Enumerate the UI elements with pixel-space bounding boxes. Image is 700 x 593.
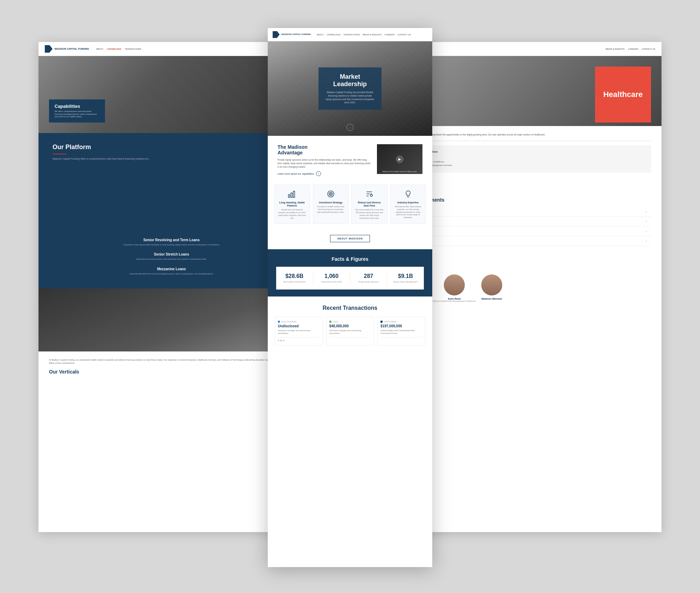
loan-desc-2: Alternative financing solution that elim…	[52, 258, 290, 260]
fact-value-3: 287	[354, 273, 384, 279]
front-hero: MarketLeadership Madison Capital Funding…	[268, 41, 432, 136]
feature-title-1: Long-standing, Stable Platform	[278, 201, 306, 207]
feature-desc-1: Benefit from the financial strength and …	[278, 209, 306, 219]
front-logo-text: MADISON CAPITAL FUNDING	[281, 33, 311, 36]
announce-item-1[interactable]: Healthcare ›	[406, 207, 651, 217]
feature-card-2: Investment Strategy Focused on middle ma…	[313, 184, 349, 224]
video-caption: Making of the middle market for fifteen …	[379, 170, 420, 173]
loan-item-3: Mezzanine Loans Subordinated debt that f…	[52, 267, 290, 275]
fact-item-1: $28.6B Net Funded Commitments	[276, 271, 313, 285]
nav-transactions-front[interactable]: TRANSACTIONS	[343, 34, 360, 36]
madison-advantage-section: The MadisonAdvantage Private equity spon…	[268, 136, 432, 184]
nav-careers[interactable]: CAREERS	[628, 48, 638, 50]
fact-label-2: Transactions Since 2001	[317, 281, 346, 283]
team-subtitle: Healthcare Team	[406, 268, 651, 270]
nav-about[interactable]: ABOUT	[96, 48, 104, 50]
tag-dot-3	[380, 321, 383, 323]
back-left-nav-links: ABOUT CAPABILITIES TRANSACTIONS	[96, 48, 141, 50]
announce-item-4[interactable]: Healthcare ›	[406, 236, 651, 246]
nav-transactions[interactable]: TRANSACTIONS	[125, 48, 141, 50]
sectors-heading: Healthcare Sectors	[412, 150, 645, 153]
hero-box: Capabilities We offer a comprehensive ca…	[49, 99, 105, 123]
back-right-navbar: MEDIA & INSIGHTS CAREERS CONTACT US	[396, 42, 662, 56]
divider-blue	[406, 141, 651, 141]
trans-tag-2: LOGO	[329, 321, 371, 323]
learn-more-arrow: ›	[316, 171, 321, 176]
learn-more-link[interactable]: Learn more about our capabilities. ›	[278, 171, 371, 176]
about-madison-button[interactable]: ABOUT MADISON	[330, 235, 370, 242]
svg-point-5	[330, 193, 331, 195]
front-nav-items: ABOUT CAPABILITIES TRANSACTIONS MEDIA & …	[316, 34, 411, 36]
learn-more-text: Learn more about our capabilities.	[278, 173, 315, 175]
fact-label-4: Assets Under Management**	[391, 281, 420, 283]
fact-label-1: Net Funded Commitments	[280, 281, 309, 283]
advantage-text: The MadisonAdvantage Private equity spon…	[278, 144, 371, 176]
front-logo: MADISON CAPITAL FUNDING	[273, 31, 311, 38]
platform-section: Our Platform Madison Capital Funding off…	[38, 133, 304, 231]
chevron-icon-2: ›	[646, 219, 647, 223]
nav-careers-front[interactable]: CAREERS	[384, 34, 394, 36]
announcements-section: Announcements Healthcare › Healthcare › …	[396, 190, 662, 253]
trans-logo-1: P W P	[278, 337, 320, 342]
logo-icon	[45, 45, 52, 53]
trans-desc-2: Successor manager and restructuring tran…	[329, 329, 371, 335]
tag-dot-2	[329, 321, 331, 323]
svg-rect-1	[291, 193, 292, 197]
scroll-indicator: ↓	[346, 124, 354, 131]
nav-capabilities-front[interactable]: CAPABILITIES	[327, 34, 341, 36]
loan-items-section: Senior Revolving and Term Loans Acquisit…	[38, 231, 304, 288]
nav-contact[interactable]: CONTACT US	[642, 48, 655, 50]
nav-about-front[interactable]: ABOUT	[316, 34, 324, 36]
announce-item-3[interactable]: Healthcare ›	[406, 226, 651, 236]
back-left-page: MADISON CAPITAL FUNDING ABOUT CAPABILITI…	[38, 42, 304, 532]
loan-title-3: Mezzanine Loans	[52, 267, 290, 271]
trans-card-3: HIGHTOWER $197,000,000 Unitraut bridge a…	[377, 317, 425, 345]
healthcare-box: Healthcare	[595, 67, 651, 123]
flow-icon	[364, 189, 374, 199]
bottom-image	[38, 288, 304, 351]
svg-point-6	[370, 194, 372, 196]
feature-card-1: Long-standing, Stable Platform Benefit f…	[274, 184, 310, 224]
trans-desc-3: Unitraut bridge and/or Subordinate Debt …	[380, 329, 422, 335]
loan-title-1: Senior Revolving and Term Loans	[52, 238, 290, 242]
avatar-2	[444, 274, 465, 295]
svg-point-3	[328, 191, 334, 197]
tag-dot-1	[278, 321, 280, 323]
trans-amount-3: $197,000,000	[380, 324, 422, 328]
svg-point-4	[329, 192, 332, 196]
hero-main-title: MarketLeadership	[326, 73, 374, 88]
trans-card-2: LOGO $48,000,000 Successor manager and r…	[326, 317, 374, 345]
logo-text: MADISON CAPITAL FUNDING	[55, 48, 89, 50]
trans-logo-2	[329, 337, 371, 340]
nav-media[interactable]: MEDIA & INSIGHTS	[606, 48, 624, 50]
trans-type-1: Undisclosed	[278, 324, 320, 328]
feature-card-4: Industry Expertise Informed by their dee…	[390, 184, 426, 224]
lightbulb-icon	[403, 189, 413, 199]
chart-icon	[287, 189, 297, 199]
bottom-text-area: At Madison Capital Funding, we understan…	[38, 351, 304, 382]
svg-rect-0	[288, 195, 290, 197]
target-icon	[326, 189, 336, 199]
feature-title-4: Industry Expertise	[394, 201, 422, 204]
video-thumbnail[interactable]: ▶ Making of the middle market for fiftee…	[377, 144, 422, 174]
trans-amount-2: $48,000,000	[329, 324, 371, 328]
fact-value-1: $28.6B	[280, 273, 309, 279]
nav-media-front[interactable]: MEDIA & INSIGHTS	[363, 34, 382, 36]
about-btn-wrap: ABOUT MADISON	[268, 231, 432, 249]
feature-card-3: Robust and Diverse Deal Flow We source d…	[351, 184, 387, 224]
trans-desc-1: Successor manager and restructuring tran…	[278, 329, 320, 335]
feature-title-2: Investment Strategy	[317, 201, 345, 204]
healthcare-content: ...private equity sponsors significant t…	[396, 126, 662, 190]
facts-grid: $28.6B Net Funded Commitments 1,060 Tran…	[276, 267, 424, 289]
bottom-para: At Madison Capital Funding, we understan…	[49, 358, 294, 365]
fact-value-2: 1,060	[317, 273, 346, 279]
divider	[52, 154, 66, 154]
nav-contact-front[interactable]: CONTACT US	[397, 34, 411, 36]
nav-capabilities[interactable]: CAPABILITIES	[107, 48, 121, 50]
play-button[interactable]: ▶	[396, 155, 404, 163]
bottom-heading: Our Verticals	[49, 369, 294, 375]
feature-desc-2: Focused on middle market cash flow finan…	[317, 205, 345, 214]
announce-item-2[interactable]: Healthcare ›	[406, 217, 651, 226]
team-members-list: By Wentink Managing Director Anne Reed D…	[406, 274, 651, 306]
trans-tag-3: HIGHTOWER	[380, 321, 422, 323]
